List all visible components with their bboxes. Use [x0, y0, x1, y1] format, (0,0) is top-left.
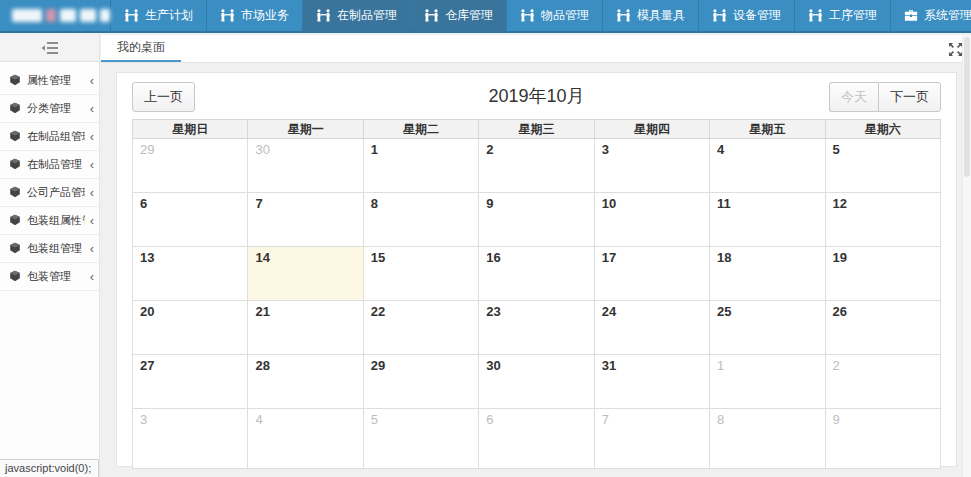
collapse-menu-icon[interactable] [0, 35, 99, 62]
calendar-day-cell: 29 [133, 139, 248, 193]
day-number: 26 [826, 301, 940, 319]
workers-icon [316, 9, 331, 22]
calendar-header: 上一页 2019年10月 今天 下一页 [117, 73, 956, 117]
day-number: 1 [710, 355, 824, 373]
sidebar-item-label: 在制品管理 [27, 157, 82, 172]
day-number: 10 [595, 193, 709, 211]
nav-item-1[interactable]: 生产计划 [110, 0, 206, 31]
scrollbar-thumb[interactable] [964, 37, 970, 177]
cube-icon [9, 158, 21, 172]
weekday-header: 星期三 [479, 120, 594, 139]
sidebar-item-3[interactable]: 在制品组管理‹ [0, 123, 99, 151]
calendar-day-cell: 30 [248, 139, 363, 193]
cube-icon [9, 102, 21, 116]
day-number: 13 [133, 247, 247, 265]
day-number: 18 [710, 247, 824, 265]
tab-label: 我的桌面 [117, 39, 165, 56]
nav-item-label: 设备管理 [733, 7, 781, 24]
calendar-day-cell: 2 [479, 139, 594, 193]
calendar-day-cell: 8 [710, 409, 825, 469]
nav-item-4[interactable]: 仓库管理 [410, 0, 506, 31]
calendar-day-cell-today: 14 [248, 247, 363, 301]
calendar-day-cell: 13 [133, 247, 248, 301]
calendar-day-cell: 8 [363, 193, 478, 247]
sidebar-item-6[interactable]: 包装组属性管理‹ [0, 207, 99, 235]
day-number: 8 [710, 409, 824, 427]
sidebar-menu: 属性管理‹分类管理‹在制品组管理‹在制品管理‹公司产品管理‹包装组属性管理‹包装… [0, 62, 99, 291]
nav-item-2[interactable]: 市场业务 [206, 0, 302, 31]
sidebar-item-2[interactable]: 分类管理‹ [0, 95, 99, 123]
calendar-day-cell: 2 [825, 355, 940, 409]
day-number: 11 [710, 193, 824, 211]
day-number: 15 [364, 247, 478, 265]
calendar-day-cell: 9 [479, 193, 594, 247]
chevron-left-icon: ‹ [90, 157, 94, 170]
sidebar-item-label: 属性管理 [27, 73, 71, 88]
day-number: 6 [479, 409, 593, 427]
nav-item-6[interactable]: 模具量具 [602, 0, 698, 31]
sidebar-item-8[interactable]: 包装管理‹ [0, 263, 99, 291]
vertical-scrollbar[interactable] [962, 35, 971, 477]
calendar-day-cell: 3 [594, 139, 709, 193]
workers-icon [808, 9, 823, 22]
calendar-week-row: 6789101112 [133, 193, 941, 247]
nav-item-7[interactable]: 设备管理 [698, 0, 794, 31]
calendar-day-cell: 17 [594, 247, 709, 301]
calendar-nav-group: 今天 下一页 [829, 82, 941, 112]
next-month-button[interactable]: 下一页 [878, 82, 941, 112]
calendar-day-cell: 10 [594, 193, 709, 247]
nav-item-9[interactable]: 系统管理 [890, 0, 971, 31]
day-number: 16 [479, 247, 593, 265]
sidebar-item-1[interactable]: 属性管理‹ [0, 67, 99, 95]
calendar-day-cell: 3 [133, 409, 248, 469]
calendar-day-cell: 11 [710, 193, 825, 247]
day-number: 3 [595, 139, 709, 157]
cube-icon [9, 74, 21, 88]
sidebar-item-4[interactable]: 在制品管理‹ [0, 151, 99, 179]
app-logo [0, 0, 110, 31]
briefcase-icon [904, 9, 918, 22]
calendar-day-cell: 19 [825, 247, 940, 301]
day-number: 9 [826, 409, 940, 427]
prev-month-button[interactable]: 上一页 [132, 82, 195, 112]
nav-item-8[interactable]: 工序管理 [794, 0, 890, 31]
day-number: 2 [479, 139, 593, 157]
day-number: 6 [133, 193, 247, 211]
calendar-day-cell: 31 [594, 355, 709, 409]
tab-bar: 我的桌面 [101, 35, 971, 63]
workers-icon [712, 9, 727, 22]
calendar-day-cell: 29 [363, 355, 478, 409]
calendar-day-cell: 26 [825, 301, 940, 355]
calendar-day-cell: 30 [479, 355, 594, 409]
calendar-week-row: 293012345 [133, 139, 941, 193]
calendar-day-cell: 23 [479, 301, 594, 355]
sidebar: 属性管理‹分类管理‹在制品组管理‹在制品管理‹公司产品管理‹包装组属性管理‹包装… [0, 35, 100, 477]
calendar-day-cell: 6 [479, 409, 594, 469]
chevron-left-icon: ‹ [90, 269, 94, 282]
day-number: 28 [248, 355, 362, 373]
day-number: 29 [364, 355, 478, 373]
nav-item-label: 在制品管理 [337, 7, 397, 24]
top-navbar: 生产计划市场业务在制品管理仓库管理物品管理模具量具设备管理工序管理系统管理 管理… [0, 0, 971, 33]
day-number: 21 [248, 301, 362, 319]
weekday-header: 星期日 [133, 120, 248, 139]
calendar-day-cell: 18 [710, 247, 825, 301]
nav-item-5[interactable]: 物品管理 [506, 0, 602, 31]
nav-item-label: 仓库管理 [445, 7, 493, 24]
day-number: 20 [133, 301, 247, 319]
nav-item-label: 物品管理 [541, 7, 589, 24]
calendar-day-cell: 1 [710, 355, 825, 409]
sidebar-item-label: 公司产品管理 [27, 185, 85, 200]
sidebar-item-5[interactable]: 公司产品管理‹ [0, 179, 99, 207]
fullscreen-icon[interactable] [949, 42, 962, 60]
chevron-left-icon: ‹ [90, 213, 94, 226]
main-content: 上一页 2019年10月 今天 下一页 星期日星期一星期二星期三星期四星期五星期… [101, 63, 971, 477]
workers-icon [220, 9, 235, 22]
nav-item-label: 市场业务 [241, 7, 289, 24]
sidebar-item-label: 在制品组管理 [27, 129, 85, 144]
tab-my-desktop[interactable]: 我的桌面 [101, 35, 181, 62]
day-number: 17 [595, 247, 709, 265]
today-button[interactable]: 今天 [829, 82, 878, 112]
sidebar-item-7[interactable]: 包装组管理‹ [0, 235, 99, 263]
nav-item-3[interactable]: 在制品管理 [302, 0, 410, 31]
